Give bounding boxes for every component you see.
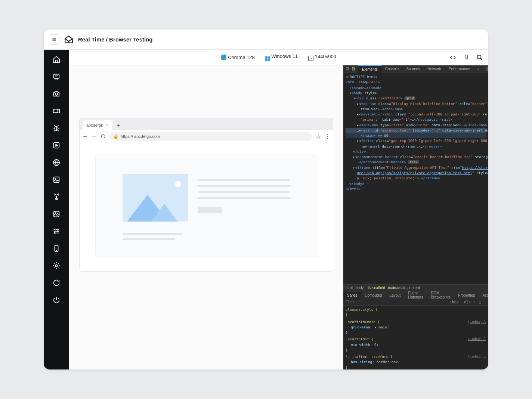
kebab-icon[interactable]: ⋮	[325, 134, 330, 139]
sidebar-rail	[44, 50, 69, 369]
app-testing-icon[interactable]	[52, 72, 61, 81]
home-icon[interactable]	[52, 55, 61, 64]
tab-accessibility[interactable]: Accessibility	[479, 292, 488, 299]
tab-close-icon[interactable]: ×	[106, 123, 108, 127]
globe-icon[interactable]	[52, 158, 61, 167]
tab-more[interactable]: »	[474, 65, 483, 73]
styles-menu-icon[interactable]: ⫶	[484, 300, 486, 304]
svg-rect-7	[53, 109, 58, 112]
star-icon[interactable]: ☆	[316, 134, 321, 139]
footer-text-placeholder	[123, 233, 290, 240]
power-icon[interactable]	[52, 296, 61, 304]
os-badge: Windows 11	[265, 53, 298, 61]
styles-filter-row: :hov .cls + ▢ ⫶	[343, 299, 488, 306]
logo-icon	[64, 35, 74, 44]
inspect-icon[interactable]	[476, 54, 483, 61]
tab-properties[interactable]: Properties	[454, 292, 479, 299]
svg-rect-5	[54, 74, 59, 78]
browser-window: abcdefgn × + ← → 🔒 https:// abcdefgn.c	[79, 118, 333, 272]
tab-layout[interactable]: Layout	[386, 292, 404, 299]
svg-point-14	[55, 212, 56, 213]
forward-icon[interactable]: →	[92, 134, 97, 139]
app-window: Real Time / Browser Testing Chrome 128 ·	[44, 30, 488, 369]
svg-point-12	[55, 178, 56, 179]
tab-performance[interactable]: Performance	[445, 65, 474, 73]
tab-elements[interactable]: Elements	[358, 65, 381, 73]
reload-icon[interactable]	[100, 134, 106, 139]
resolution-badge: ↘1440x900	[308, 54, 336, 61]
styles-panel-tabs: Styles Computed Layout Event Listeners D…	[343, 291, 488, 299]
text-placeholder	[198, 174, 290, 213]
crumb-main[interactable]: main#main-content	[388, 286, 420, 290]
play-icon[interactable]	[52, 141, 61, 150]
refresh-icon[interactable]	[52, 278, 61, 287]
camera-icon[interactable]	[52, 89, 61, 98]
code-icon[interactable]	[449, 54, 456, 61]
issues-badge[interactable]: ⬤3	[486, 67, 488, 71]
new-tab-button[interactable]: +	[115, 122, 122, 129]
settings-icon[interactable]	[52, 261, 61, 270]
dom-tree[interactable]: <!DOCTYPE html> <html lang="en"> ▸<head>…	[343, 73, 488, 284]
crumb-body[interactable]: body	[356, 286, 364, 290]
add-rule-button[interactable]: +	[474, 300, 476, 304]
browser-tab[interactable]: abcdefgn ×	[83, 120, 112, 130]
url-field[interactable]: 🔒 https:// abcdefgn.com	[109, 132, 312, 141]
tab-network[interactable]: Network	[424, 65, 445, 73]
svg-point-19	[57, 231, 58, 232]
page-body	[80, 143, 333, 271]
svg-rect-27	[346, 67, 349, 69]
sliders-icon[interactable]	[52, 227, 61, 236]
svg-rect-11	[54, 177, 59, 183]
lock-icon: 🔒	[113, 134, 118, 139]
picture-icon[interactable]	[52, 210, 61, 219]
tab-sources[interactable]: Sources	[402, 65, 424, 73]
menu-button[interactable]	[49, 34, 59, 45]
network-tower-icon[interactable]	[52, 192, 61, 201]
url-text: https:// abcdefgn.com	[121, 134, 160, 139]
url-bar: ← → 🔒 https:// abcdefgn.com ☆ ⋮	[80, 130, 333, 143]
svg-rect-28	[352, 67, 354, 70]
tab-console[interactable]: Console	[381, 65, 403, 73]
windows-icon	[265, 56, 270, 61]
device-rotate-icon[interactable]	[463, 54, 470, 61]
devtools-panel: Elements Console Sources Network Perform…	[343, 65, 488, 369]
devtools-top-bar: Elements Console Sources Network Perform…	[343, 65, 488, 73]
hov-toggle[interactable]: :hov	[450, 300, 459, 304]
edge-icon	[221, 55, 226, 60]
browser-canvas: abcdefgn × + ← → 🔒 https:// abcdefgn.c	[69, 65, 343, 369]
device-toggle-icon[interactable]	[352, 67, 356, 71]
app-header: Real Time / Browser Testing	[44, 30, 488, 50]
crumb-scaffold[interactable]: div.scaffold	[367, 286, 385, 290]
tab-styles[interactable]: Styles	[343, 292, 361, 299]
image-placeholder	[123, 174, 188, 222]
svg-rect-4	[55, 60, 58, 62]
tab-strip: abcdefgn × +	[80, 118, 333, 130]
styles-pane[interactable]: element.style {} (index):1.scaffold>main…	[343, 306, 488, 369]
content-card	[95, 154, 317, 257]
device-icon[interactable]	[52, 244, 61, 253]
image-icon[interactable]	[52, 175, 61, 184]
svg-point-6	[55, 93, 58, 95]
tab-title: abcdefgn	[86, 123, 103, 127]
cls-toggle[interactable]: .cls	[462, 300, 471, 304]
video-icon[interactable]	[52, 106, 61, 115]
svg-point-20	[54, 232, 55, 233]
inspect-element-icon[interactable]	[346, 67, 350, 71]
session-info-bar: Chrome 128 · Windows 11 · ↘1440x900	[69, 50, 488, 65]
crumb-html[interactable]: html	[346, 286, 353, 290]
bug-icon[interactable]	[52, 124, 61, 133]
page-title: Real Time / Browser Testing	[78, 36, 153, 43]
back-icon[interactable]: ←	[83, 134, 88, 139]
svg-point-18	[55, 229, 56, 230]
browser-badge: Chrome 128	[221, 55, 255, 60]
svg-point-23	[55, 265, 58, 267]
tab-computed[interactable]: Computed	[361, 292, 386, 299]
computed-toggle-icon[interactable]: ▢	[479, 300, 481, 304]
styles-filter-input[interactable]	[346, 300, 450, 304]
resolution-icon: ↘	[308, 56, 313, 61]
